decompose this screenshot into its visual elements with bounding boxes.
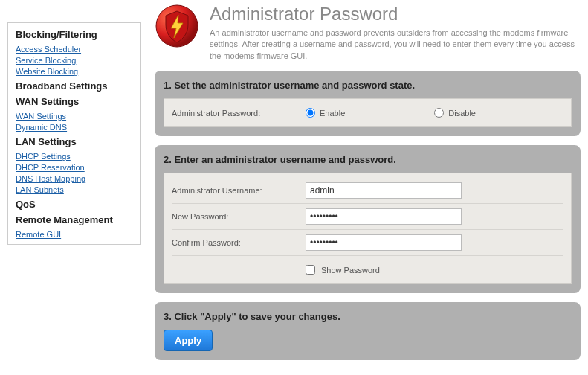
shield-lightning-icon (155, 4, 199, 48)
nav-heading-blocking: Blocking/Filtering (16, 29, 133, 40)
username-input[interactable] (306, 182, 462, 199)
panel-step1: 1. Set the administrator username and pa… (155, 71, 581, 136)
nav-heading-remote: Remote Management (16, 214, 133, 225)
panel-step2: 2. Enter an administrator username and p… (155, 145, 581, 293)
nav-link-dhcp-reservation[interactable]: DHCP Reservation (16, 163, 133, 172)
nav-link-service-blocking[interactable]: Service Blocking (16, 56, 133, 65)
page-title: Administrator Password (210, 4, 581, 25)
nav-link-remote-gui[interactable]: Remote GUI (16, 230, 133, 239)
disable-radio[interactable] (434, 108, 444, 118)
nav-box: Blocking/Filtering Access Scheduler Serv… (7, 22, 141, 245)
enable-label: Enable (320, 109, 345, 118)
main-content: Administrator Password An administrator … (141, 0, 588, 375)
show-password-checkbox[interactable] (306, 265, 315, 275)
step1-title: 1. Set the administrator username and pa… (164, 80, 572, 91)
nav-link-access-scheduler[interactable]: Access Scheduler (16, 45, 133, 54)
new-password-input[interactable] (306, 208, 462, 225)
new-password-label: New Password: (172, 212, 306, 221)
nav-link-dynamic-dns[interactable]: Dynamic DNS (16, 123, 133, 132)
username-label: Administrator Username: (172, 186, 306, 195)
sidebar: Blocking/Filtering Access Scheduler Serv… (0, 15, 141, 375)
step3-title: 3. Click "Apply" to save your changes. (164, 311, 572, 322)
step2-title: 2. Enter an administrator username and p… (164, 154, 572, 165)
confirm-password-label: Confirm Password: (172, 238, 306, 247)
nav-heading-broadband: Broadband Settings (16, 80, 133, 92)
nav-heading-qos: QoS (16, 199, 133, 210)
page-description: An administrator username and password p… (210, 28, 581, 62)
nav-link-website-blocking[interactable]: Website Blocking (16, 67, 133, 76)
confirm-password-input[interactable] (306, 234, 462, 251)
disable-label: Disable (448, 109, 476, 118)
nav-link-dhcp-settings[interactable]: DHCP Settings (16, 152, 133, 161)
admin-password-state-label: Administrator Password: (172, 109, 306, 118)
nav-link-wan-settings[interactable]: WAN Settings (16, 112, 133, 121)
nav-heading-wan: WAN Settings (16, 96, 133, 107)
apply-button[interactable]: Apply (164, 330, 213, 351)
nav-heading-lan: LAN Settings (16, 136, 133, 147)
enable-radio[interactable] (306, 108, 315, 118)
show-password-label: Show Password (321, 266, 380, 275)
nav-link-dns-host-mapping[interactable]: DNS Host Mapping (16, 174, 133, 183)
panel-step3: 3. Click "Apply" to save your changes. A… (155, 302, 581, 360)
nav-link-lan-subnets[interactable]: LAN Subnets (16, 185, 133, 194)
